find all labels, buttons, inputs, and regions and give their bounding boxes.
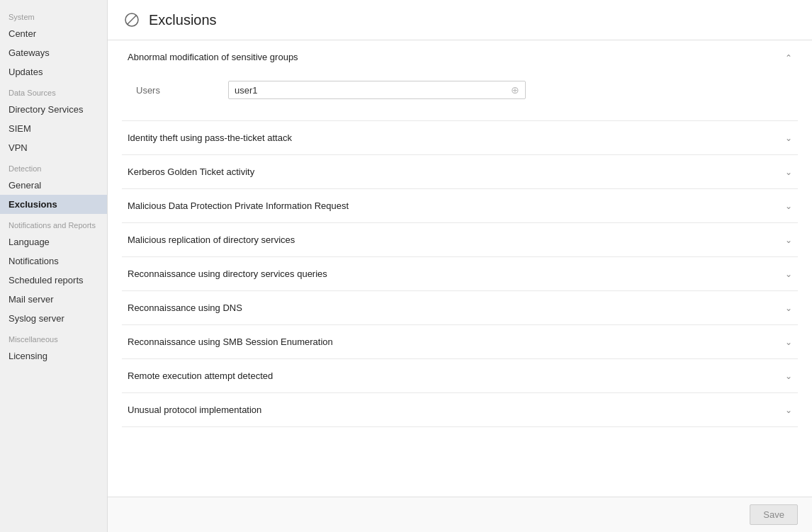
sidebar-item-vpn[interactable]: VPN bbox=[0, 138, 107, 157]
sidebar-item-notifications[interactable]: Notifications bbox=[0, 251, 107, 271]
exclusion-header-recon-directory[interactable]: Reconnaissance using directory services … bbox=[122, 257, 798, 290]
exclusion-item-recon-smb: Reconnaissance using SMB Session Enumera… bbox=[122, 325, 798, 359]
exclusion-item-abnormal-modification: Abnormal modification of sensitive group… bbox=[122, 40, 798, 121]
sidebar-item-center[interactable]: Center bbox=[0, 24, 107, 43]
sidebar-item-gateways[interactable]: Gateways bbox=[0, 43, 107, 62]
exclusion-header-kerberos-golden[interactable]: Kerberos Golden Ticket activity⌄ bbox=[122, 155, 798, 188]
field-value-users: user1 bbox=[235, 85, 258, 96]
exclusion-body-abnormal-modification: Usersuser1⊕ bbox=[122, 74, 798, 120]
sidebar-section-detection: Detection bbox=[0, 157, 107, 176]
exclusion-title-malicious-data: Malicious Data Protection Private Inform… bbox=[128, 200, 349, 211]
chevron-down-icon: ⌄ bbox=[785, 303, 792, 313]
sidebar-section-data-sources: Data Sources bbox=[0, 81, 107, 100]
exclusion-title-recon-dns: Reconnaissance using DNS bbox=[128, 302, 242, 313]
chevron-down-icon: ⌄ bbox=[785, 133, 792, 143]
sidebar-section-notifications-and-reports: Notifications and Reports bbox=[0, 214, 107, 232]
sidebar-section-system: System bbox=[0, 6, 107, 24]
sidebar-item-licensing[interactable]: Licensing bbox=[0, 346, 107, 366]
exclusion-header-recon-smb[interactable]: Reconnaissance using SMB Session Enumera… bbox=[122, 325, 798, 358]
chevron-down-icon: ⌄ bbox=[785, 371, 792, 381]
exclusion-item-kerberos-golden: Kerberos Golden Ticket activity⌄ bbox=[122, 155, 798, 189]
add-circle-icon[interactable]: ⊕ bbox=[511, 84, 519, 96]
exclusion-header-unusual-protocol[interactable]: Unusual protocol implementation⌄ bbox=[122, 393, 798, 426]
exclusion-item-remote-execution: Remote execution attempt detected⌄ bbox=[122, 359, 798, 393]
exclusion-item-unusual-protocol: Unusual protocol implementation⌄ bbox=[122, 393, 798, 427]
main-content-area: Exclusions Abnormal modification of sens… bbox=[108, 0, 812, 532]
chevron-down-icon: ⌄ bbox=[785, 269, 792, 279]
chevron-down-icon: ⌄ bbox=[785, 167, 792, 177]
chevron-down-icon: ⌄ bbox=[785, 235, 792, 245]
exclusion-header-recon-dns[interactable]: Reconnaissance using DNS⌄ bbox=[122, 291, 798, 324]
exclusion-item-identity-theft: Identity theft using pass-the-ticket att… bbox=[122, 121, 798, 155]
exclusion-header-malicious-data[interactable]: Malicious Data Protection Private Inform… bbox=[122, 189, 798, 222]
exclusion-header-malicious-replication[interactable]: Malicious replication of directory servi… bbox=[122, 223, 798, 256]
exclusion-title-malicious-replication: Malicious replication of directory servi… bbox=[128, 234, 295, 245]
exclusion-title-kerberos-golden: Kerberos Golden Ticket activity bbox=[128, 166, 254, 177]
exclusion-item-malicious-data: Malicious Data Protection Private Inform… bbox=[122, 189, 798, 223]
exclusion-header-abnormal-modification[interactable]: Abnormal modification of sensitive group… bbox=[122, 40, 798, 74]
sidebar-item-directory-services[interactable]: Directory Services bbox=[0, 100, 107, 119]
sidebar-item-syslog-server[interactable]: Syslog server bbox=[0, 309, 107, 328]
exclusion-item-malicious-replication: Malicious replication of directory servi… bbox=[122, 223, 798, 257]
field-row-users: Usersuser1⊕ bbox=[136, 81, 784, 99]
exclusions-icon bbox=[122, 10, 142, 30]
sidebar-item-updates[interactable]: Updates bbox=[0, 62, 107, 81]
exclusions-list: Abnormal modification of sensitive group… bbox=[108, 40, 812, 532]
svg-line-1 bbox=[128, 16, 136, 24]
footer: Save bbox=[108, 497, 812, 532]
field-label-users: Users bbox=[136, 85, 228, 96]
exclusion-item-recon-directory: Reconnaissance using directory services … bbox=[122, 257, 798, 291]
chevron-down-icon: ⌄ bbox=[785, 201, 792, 211]
exclusion-item-recon-dns: Reconnaissance using DNS⌄ bbox=[122, 291, 798, 325]
chevron-up-icon: ⌄ bbox=[785, 52, 792, 62]
exclusion-header-remote-execution[interactable]: Remote execution attempt detected⌄ bbox=[122, 359, 798, 392]
sidebar-section-miscellaneous: Miscellaneous bbox=[0, 328, 107, 346]
page-header: Exclusions bbox=[108, 0, 812, 40]
exclusion-title-recon-directory: Reconnaissance using directory services … bbox=[128, 268, 327, 279]
sidebar-item-mail-server[interactable]: Mail server bbox=[0, 290, 107, 309]
sidebar-item-language[interactable]: Language bbox=[0, 232, 107, 251]
sidebar-item-exclusions[interactable]: Exclusions bbox=[0, 195, 107, 214]
sidebar-item-siem[interactable]: SIEM bbox=[0, 119, 107, 138]
sidebar-item-scheduled-reports[interactable]: Scheduled reports bbox=[0, 271, 107, 290]
exclusion-title-abnormal-modification: Abnormal modification of sensitive group… bbox=[128, 52, 298, 62]
sidebar-item-general[interactable]: General bbox=[0, 176, 107, 195]
sidebar: SystemCenterGatewaysUpdatesData SourcesD… bbox=[0, 0, 108, 532]
exclusion-title-recon-smb: Reconnaissance using SMB Session Enumera… bbox=[128, 336, 333, 347]
exclusion-title-identity-theft: Identity theft using pass-the-ticket att… bbox=[128, 132, 292, 143]
page-title: Exclusions bbox=[149, 12, 217, 28]
chevron-down-icon: ⌄ bbox=[785, 405, 792, 415]
exclusion-title-remote-execution: Remote execution attempt detected bbox=[128, 370, 273, 381]
save-button[interactable]: Save bbox=[750, 504, 798, 525]
field-input-users[interactable]: user1⊕ bbox=[228, 81, 526, 99]
exclusion-header-identity-theft[interactable]: Identity theft using pass-the-ticket att… bbox=[122, 121, 798, 154]
exclusion-title-unusual-protocol: Unusual protocol implementation bbox=[128, 404, 261, 415]
chevron-down-icon: ⌄ bbox=[785, 337, 792, 347]
